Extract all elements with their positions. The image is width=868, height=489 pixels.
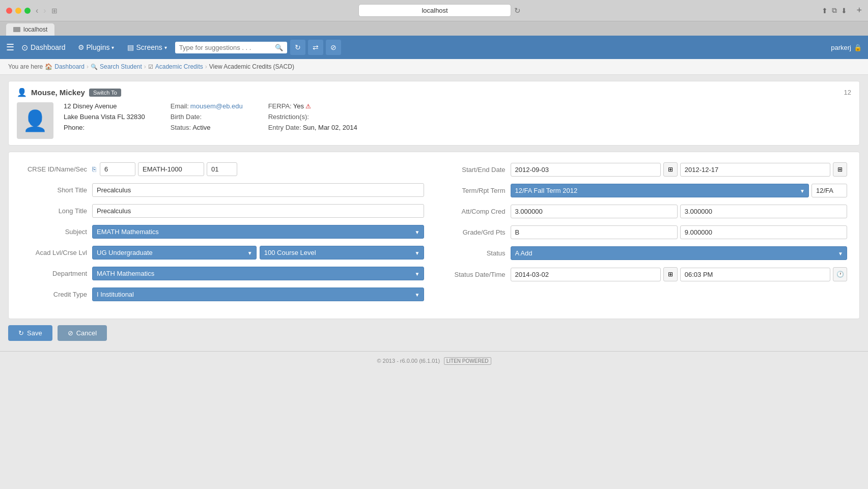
long-title-row: Long Title [21, 204, 424, 218]
credit-type-select-wrapper: I Institutional ▼ [92, 287, 424, 301]
student-name-row: 👤 Mouse, Mickey Switch To 12 [17, 88, 851, 97]
bc-dashboard-link[interactable]: Dashboard [54, 63, 85, 70]
nav-action-2[interactable]: ⇄ [308, 40, 323, 55]
screens-dropdown[interactable]: ▤ Screens ▾ [122, 41, 172, 53]
acad-lvl-wrapper: UG Undergraduate ▼ [92, 246, 257, 260]
avatar: 👤 [17, 102, 53, 139]
ferpa-col: FERPA: Yes ⚠ Restriction(s): Entry Date:… [268, 102, 357, 131]
address-col: 12 Disney Avenue Lake Buena Vista FL 328… [64, 102, 145, 131]
share-button[interactable]: ⬆ [822, 6, 828, 15]
acad-lvl-label: Acad Lvl/Crse Lvl [21, 249, 92, 256]
tab-icon [13, 27, 20, 32]
browser-chrome: ‹ › ⊞ localhost ↻ ⬆ ⧉ ⬇ + [0, 0, 868, 21]
back-button[interactable]: ‹ [36, 6, 38, 15]
tab-label: localhost [23, 26, 47, 33]
url-bar[interactable]: localhost [358, 4, 511, 17]
download-button[interactable]: ⬇ [841, 6, 847, 15]
crse-id-input[interactable] [100, 162, 135, 176]
status-date-row: Status Date/Time ⊞ 🕐 [444, 267, 848, 281]
new-tab-button[interactable]: + [856, 5, 862, 16]
credit-type-select[interactable]: I Institutional [92, 287, 424, 301]
save-button[interactable]: ↻ Save [8, 325, 52, 341]
acad-lvl-controls: UG Undergraduate ▼ 100 Course Level ▼ [92, 246, 424, 260]
refresh-button[interactable]: ↻ [514, 4, 521, 17]
bc-sep-1: › [87, 63, 89, 70]
lock-icon: 🔒 [854, 44, 862, 51]
start-end-date-label: Start/End Date [444, 166, 511, 174]
layout-button[interactable]: ⊞ [51, 7, 58, 15]
crse-name-input[interactable] [138, 162, 204, 176]
breadcrumb: You are here 🏠 Dashboard › 🔍 Search Stud… [0, 59, 868, 75]
birthdate-row: Birth Date: [171, 113, 243, 121]
bc-search-student-link[interactable]: Search Student [100, 63, 142, 70]
switch-to-button[interactable]: Switch To [89, 89, 121, 97]
crse-sec-input[interactable] [207, 162, 237, 176]
department-label: Department [21, 270, 92, 277]
status-time-input[interactable] [680, 268, 830, 281]
grade-controls [511, 225, 848, 239]
start-date-input[interactable] [511, 163, 661, 177]
att-cred-input[interactable] [511, 205, 678, 218]
grd-pts-input[interactable] [680, 225, 847, 239]
crse-controls: ⎘ [92, 162, 237, 176]
long-title-label: Long Title [21, 207, 92, 215]
nav-refresh-button[interactable]: ↻ [290, 40, 305, 55]
form-left-col: CRSE ID/Name/Sec ⎘ Short Title Long Titl [21, 162, 424, 308]
bc-search-icon: 🔍 [91, 64, 98, 70]
close-light[interactable] [6, 8, 12, 14]
forward-button[interactable]: › [43, 6, 46, 15]
grade-input[interactable] [511, 225, 678, 239]
att-comp-row: Att/Comp Cred [444, 205, 848, 218]
nav-action-3[interactable]: ⊘ [326, 40, 341, 55]
app: ☰ ⊙ Dashboard ⚙ Plugins ▾ ▤ Screens ▾ 🔍 … [0, 36, 868, 370]
long-title-input[interactable] [92, 204, 424, 218]
short-title-input[interactable] [92, 183, 424, 197]
username: parkerj [831, 44, 851, 51]
student-info: 👤 12 Disney Avenue Lake Buena Vista FL 3… [17, 102, 851, 139]
status-date-calendar-button[interactable]: ⊞ [663, 267, 678, 281]
subject-select[interactable]: EMATH Mathematics [92, 225, 424, 239]
crse-lvl-select[interactable]: 100 Course Level [260, 246, 424, 260]
traffic-lights [6, 8, 31, 14]
department-row: Department MATH Mathematics ▼ [21, 267, 424, 280]
crse-copy-icon[interactable]: ⎘ [92, 165, 96, 173]
hamburger-button[interactable]: ☰ [6, 42, 14, 53]
window-button[interactable]: ⧉ [832, 6, 837, 15]
ferpa-row: FERPA: Yes ⚠ [268, 102, 357, 110]
status-select[interactable]: A Add [511, 246, 848, 260]
start-date-calendar-button[interactable]: ⊞ [663, 162, 678, 177]
comp-cred-input[interactable] [680, 205, 847, 218]
status-label: Status: [171, 124, 191, 131]
minimize-light[interactable] [15, 8, 21, 14]
subject-select-wrapper: EMATH Mathematics ▼ [92, 225, 424, 239]
ferpa-warning-icon: ⚠ [305, 103, 311, 110]
acad-lvl-select[interactable]: UG Undergraduate [92, 246, 257, 260]
end-date-calendar-button[interactable]: ⊞ [833, 162, 847, 177]
status-value: Active [192, 124, 210, 131]
rpt-term-input[interactable] [811, 184, 847, 197]
status-date-label: Status Date/Time [444, 271, 511, 278]
footer: © 2013 - r6.0.00 (t6.1.01) LITEN POWERED [0, 351, 868, 370]
bc-academic-credits-link[interactable]: Academic Credits [155, 63, 203, 70]
status-date-input[interactable] [511, 268, 661, 281]
term-select[interactable]: 12/FA Fall Term 2012 [511, 184, 809, 197]
search-input[interactable] [179, 44, 272, 51]
screens-chevron-icon: ▾ [164, 45, 167, 50]
browser-tab[interactable]: localhost [6, 23, 54, 36]
entry-date-value: Sun, Mar 02, 2014 [303, 124, 357, 131]
plugins-dropdown[interactable]: ⚙ Plugins ▾ [73, 41, 120, 53]
bc-active: View Academic Credits (SACD) [209, 63, 294, 70]
short-title-label: Short Title [21, 186, 92, 194]
bc-credits-icon: ☑ [148, 64, 153, 70]
entry-date-row: Entry Date: Sun, Mar 02, 2014 [268, 124, 357, 131]
dashboard-link[interactable]: ⊙ Dashboard [17, 43, 70, 52]
status-row: Status: Active [171, 124, 243, 131]
end-date-input[interactable] [680, 163, 830, 177]
bc-sep-3: › [205, 63, 207, 70]
maximize-light[interactable] [24, 8, 31, 14]
status-time-clock-button[interactable]: 🕐 [833, 267, 847, 281]
subject-row: Subject EMATH Mathematics ▼ [21, 225, 424, 239]
cancel-button[interactable]: ⊘ Cancel [58, 325, 107, 341]
email-link[interactable]: mousem@eb.edu [190, 102, 243, 110]
department-select[interactable]: MATH Mathematics [92, 267, 424, 280]
